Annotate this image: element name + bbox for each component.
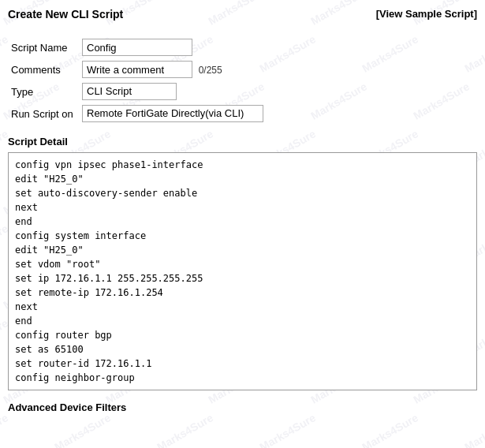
script-detail-label: Script Detail <box>8 136 477 147</box>
page-title: Create New CLI Script <box>8 8 123 21</box>
run-on-label: Run Script on <box>8 103 79 125</box>
script-name-input[interactable] <box>82 39 192 56</box>
script-line: end <box>15 215 470 229</box>
script-line: set as 65100 <box>15 342 470 357</box>
type-field: CLI Script <box>82 83 177 100</box>
script-name-label: Script Name <box>8 36 79 58</box>
script-line: set vdom "root" <box>15 257 470 271</box>
script-detail-box[interactable]: config vpn ipsec phase1-interfaceedit "H… <box>8 152 477 390</box>
comments-label: Comments <box>8 58 79 80</box>
comments-input[interactable] <box>82 61 192 78</box>
script-line: next <box>15 200 470 215</box>
script-line: edit "H25_0" <box>15 172 470 186</box>
script-line: end <box>15 314 470 328</box>
view-sample-link[interactable]: [View Sample Script] <box>376 8 477 20</box>
type-label: Type <box>8 80 79 103</box>
create-form: Script Name Comments 0/255 Type CLI Scri… <box>8 36 477 125</box>
comments-count: 0/255 <box>199 65 222 76</box>
run-on-field: Remote FortiGate Directly(via CLI) <box>82 105 263 122</box>
script-line: set remote-ip 172.16.1.254 <box>15 286 470 300</box>
script-line: config system interface <box>15 229 470 243</box>
advanced-device-filters-label: Advanced Device Filters <box>8 398 477 413</box>
script-line: config vpn ipsec phase1-interface <box>15 158 470 172</box>
script-line: next <box>15 300 470 314</box>
script-line: edit "H25_0" <box>15 243 470 257</box>
script-line: config router bgp <box>15 328 470 342</box>
script-line: set ip 172.16.1.1 255.255.255.255 <box>15 271 470 286</box>
script-line: config neighbor-group <box>15 371 470 385</box>
script-line: set auto-discovery-sender enable <box>15 186 470 200</box>
script-line: set router-id 172.16.1.1 <box>15 357 470 371</box>
